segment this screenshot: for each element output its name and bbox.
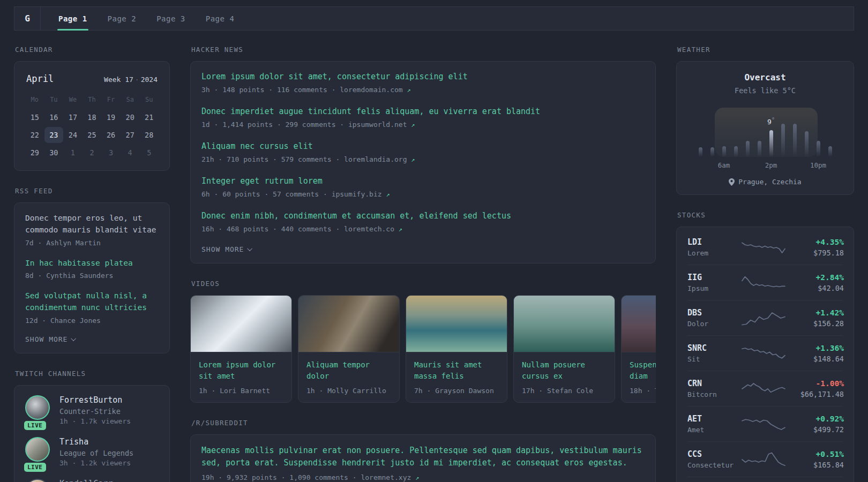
video-title[interactable]: Aliquam tempor dolor nec pharetra… xyxy=(306,359,391,382)
stock-value-block: +0.51%$165.84 xyxy=(788,450,844,469)
calendar-day: 17 xyxy=(63,109,83,125)
twitch-channel-row[interactable]: KendallCarr xyxy=(25,479,159,482)
video-thumbnail[interactable] xyxy=(191,296,291,352)
calendar-day: 18 xyxy=(83,109,102,125)
tab-page-1[interactable]: Page 1 xyxy=(48,7,98,30)
calendar-day: 16 xyxy=(44,109,64,125)
hackernews-item-meta: 21h · 710 points · 579 comments · loreml… xyxy=(201,155,645,163)
weather-bar xyxy=(758,141,761,157)
video-thumbnail[interactable] xyxy=(406,296,507,352)
rss-item-title[interactable]: Donec tempor eros leo, ut commodo mauris… xyxy=(25,213,159,236)
avatar[interactable] xyxy=(25,479,50,482)
stock-row: SNRCSit+1.36%$148.64 xyxy=(687,335,843,371)
twitch-channel-row[interactable]: LIVEForrestBurtonCounter-Strike1h · 1.7k… xyxy=(25,395,159,425)
twitch-header: TWITCH CHANNELS xyxy=(15,370,170,378)
weather-daylight-region xyxy=(715,108,818,157)
hackernews-item-title[interactable]: Lorem ipsum dolor sit amet, consectetur … xyxy=(201,71,645,82)
calendar-day: 30 xyxy=(44,145,64,161)
twitch-section: TWITCH CHANNELS LIVEForrestBurtonCounter… xyxy=(14,370,170,482)
tab-page-2[interactable]: Page 2 xyxy=(98,7,147,30)
stock-symbol[interactable]: SNRC xyxy=(687,343,739,353)
calendar-day: 4 xyxy=(121,145,140,161)
calendar-day: 15 xyxy=(25,109,44,125)
tab-page-4[interactable]: Page 4 xyxy=(196,7,245,30)
calendar-day: 24 xyxy=(63,127,83,143)
reddit-post-title[interactable]: Maecenas mollis pulvinar erat non posuer… xyxy=(201,445,645,470)
stock-sparkline xyxy=(739,275,788,291)
video-card-body: Suspendisse diam18h · Tara xyxy=(622,352,656,402)
stock-symbol[interactable]: CCS xyxy=(687,449,739,459)
calendar-section: CALENDAR April Week 17·2024 MoTuWeThFrSa… xyxy=(14,46,170,171)
stock-name: Amet xyxy=(687,426,739,434)
stock-symbol[interactable]: DBS xyxy=(687,308,739,318)
external-link-icon: ↗ xyxy=(386,191,390,198)
video-card[interactable]: Lorem ipsum dolor sit amet consectetu…1h… xyxy=(190,295,292,403)
stock-id-block: CRNBitcorn xyxy=(687,379,739,398)
twitch-channel-info: KendallCarr xyxy=(59,479,113,482)
video-card[interactable]: Suspendisse diam18h · Tara xyxy=(621,295,656,403)
hackernews-item-meta: 3h · 148 points · 116 comments · loremdo… xyxy=(201,86,645,94)
sparkline-chart xyxy=(739,416,788,432)
rss-item: Donec tempor eros leo, ut commodo mauris… xyxy=(25,213,159,247)
show-more-label: SHOW MORE xyxy=(201,245,244,253)
video-thumbnail[interactable] xyxy=(298,296,399,352)
video-card[interactable]: Aliquam tempor dolor nec pharetra…1h · M… xyxy=(298,295,400,403)
stock-sparkline xyxy=(739,451,788,468)
hackernews-item-title[interactable]: Aliquam nec cursus elit xyxy=(201,141,645,152)
twitch-avatar-wrap: LIVE xyxy=(25,395,51,425)
video-title[interactable]: Lorem ipsum dolor sit amet consectetu… xyxy=(199,359,283,382)
twitch-channel-meta: 3h · 1.2k viewers xyxy=(59,459,133,467)
app-logo[interactable]: G xyxy=(14,7,41,30)
chevron-down-icon xyxy=(71,336,77,341)
rss-item-title[interactable]: Sed volutpat nulla nisl, a condimentum n… xyxy=(25,290,159,314)
subreddit-header: /R/SUBREDDIT xyxy=(191,419,656,427)
sparkline-chart xyxy=(739,275,788,291)
stock-change: +1.36% xyxy=(788,344,844,352)
rss-item-title[interactable]: In hac habitasse platea xyxy=(25,258,159,269)
weather-bar xyxy=(828,146,832,157)
weather-bar xyxy=(793,124,797,157)
degree-symbol: ° xyxy=(772,117,775,123)
stocks-header: STOCKS xyxy=(677,211,854,219)
hackernews-section: HACKER NEWS Lorem ipsum dolor sit amet, … xyxy=(190,46,656,263)
right-column: WEATHER Overcast Feels like 5°C 9° 6am2p… xyxy=(676,46,854,482)
twitch-channel-info: ForrestBurtonCounter-Strike1h · 1.7k vie… xyxy=(59,395,131,425)
stock-symbol[interactable]: AET xyxy=(687,414,739,424)
video-thumbnail[interactable] xyxy=(622,296,656,352)
rss-show-more-button[interactable]: SHOW MORE xyxy=(25,335,159,343)
stock-symbol[interactable]: LDI xyxy=(687,237,739,247)
twitch-channel-name[interactable]: KendallCarr xyxy=(59,479,113,482)
hackernews-show-more-button[interactable]: SHOW MORE xyxy=(201,245,645,253)
calendar-grid: MoTuWeThFrSaSu15161718192021222324252627… xyxy=(25,94,159,161)
dashboard-content: CALENDAR April Week 17·2024 MoTuWeThFrSa… xyxy=(0,31,868,482)
tab-page-3[interactable]: Page 3 xyxy=(146,7,196,30)
stock-value-block: +2.84%$42.04 xyxy=(788,273,844,292)
hackernews-item-title[interactable]: Donec enim nibh, condimentum et accumsan… xyxy=(201,210,645,222)
calendar-day: 25 xyxy=(83,127,102,143)
hackernews-item-title[interactable]: Donec imperdiet augue tincidunt felis al… xyxy=(201,106,645,117)
video-thumbnail[interactable] xyxy=(514,296,615,352)
twitch-channel-name[interactable]: Trisha xyxy=(59,437,133,447)
twitch-channel-game: League of Legends xyxy=(59,449,133,457)
avatar[interactable] xyxy=(25,437,50,462)
external-link-icon: ↗ xyxy=(407,86,411,94)
hackernews-item: Lorem ipsum dolor sit amet, consectetur … xyxy=(201,71,645,94)
stock-name: Consectetur xyxy=(687,461,739,469)
stocks-section: STOCKS LDILorem+4.35%$795.18IIGIpsum+2.8… xyxy=(676,211,854,482)
stock-id-block: LDILorem xyxy=(687,237,739,257)
twitch-channel-name[interactable]: ForrestBurton xyxy=(59,395,131,405)
avatar[interactable] xyxy=(25,395,50,420)
video-title[interactable]: Mauris sit amet massa felis xyxy=(414,359,499,382)
twitch-channel-info: TrishaLeague of Legends3h · 1.2k viewers xyxy=(59,437,133,467)
video-card[interactable]: Mauris sit amet massa felis7h · Grayson … xyxy=(406,295,507,403)
stock-symbol[interactable]: CRN xyxy=(687,379,739,388)
video-card[interactable]: Nullam posuere cursus ex17h · Stefan Col… xyxy=(513,295,615,403)
twitch-channel-row[interactable]: LIVETrishaLeague of Legends3h · 1.2k vie… xyxy=(25,437,159,467)
video-title[interactable]: Nullam posuere cursus ex xyxy=(522,359,607,382)
stock-symbol[interactable]: IIG xyxy=(687,273,739,282)
video-title[interactable]: Suspendisse diam xyxy=(630,359,656,382)
weather-condition: Overcast xyxy=(687,72,843,82)
stock-value-block: +0.92%$499.72 xyxy=(788,415,844,434)
hackernews-item-title[interactable]: Integer eget rutrum lorem xyxy=(201,176,645,187)
sparkline-chart xyxy=(739,345,788,362)
